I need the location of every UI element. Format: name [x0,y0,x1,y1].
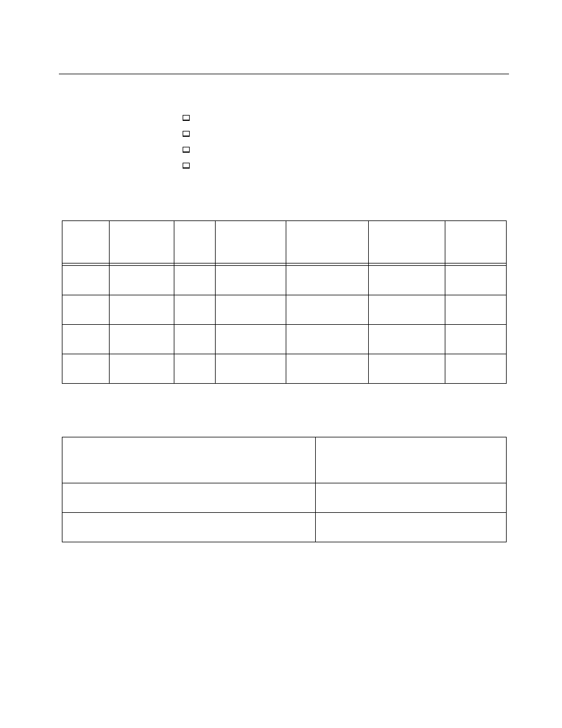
table-header-row [62,437,506,483]
table-cell [368,354,445,384]
bullet-icon [183,163,190,169]
table-cell [215,354,286,384]
table-header-cell [445,221,506,263]
table-cell [62,513,315,542]
table-cell [445,354,506,384]
table-cell [62,354,109,384]
table-cell [215,295,286,325]
table-cell [215,325,286,354]
table-header-cell [315,437,506,483]
table-cell [174,266,215,295]
table-row [62,266,506,295]
table-2 [62,437,507,542]
table-header-cell [62,221,109,263]
table-header-cell [286,221,368,263]
table-cell [445,266,506,295]
table-1 [62,220,507,384]
table-cell [286,325,368,354]
table-cell [109,266,174,295]
table-cell [109,354,174,384]
bullet-icon [183,131,190,137]
table-row [62,295,506,325]
page [0,0,562,728]
table-header-cell [215,221,286,263]
bullet-item [183,110,509,126]
table-row [62,513,506,542]
table-cell [174,325,215,354]
table-cell [215,266,286,295]
table-cell [315,513,506,542]
table-cell [286,295,368,325]
table-row [62,325,506,354]
table-cell [445,325,506,354]
bullet-icon [183,115,190,121]
table-cell [315,483,506,513]
table-cell [174,354,215,384]
table-cell [109,325,174,354]
table-header-cell [62,437,315,483]
bullet-list [183,110,509,173]
table-cell [109,295,174,325]
bullet-item [183,157,509,173]
table-header-cell [368,221,445,263]
bullet-icon [183,147,190,153]
table-cell [62,295,109,325]
table-cell [286,354,368,384]
table-cell [62,483,315,513]
table-header-row [62,221,506,263]
table-header-cell [174,221,215,263]
table-cell [368,266,445,295]
table-header-cell [109,221,174,263]
header-divider [59,56,509,74]
table-cell [368,295,445,325]
table-cell [62,325,109,354]
table-cell [286,266,368,295]
table-cell [368,325,445,354]
table-row [62,354,506,384]
bullet-item [183,126,509,141]
table-cell [174,295,215,325]
table-cell [62,266,109,295]
bullet-item [183,141,509,157]
table-row [62,483,506,513]
table-cell [445,295,506,325]
